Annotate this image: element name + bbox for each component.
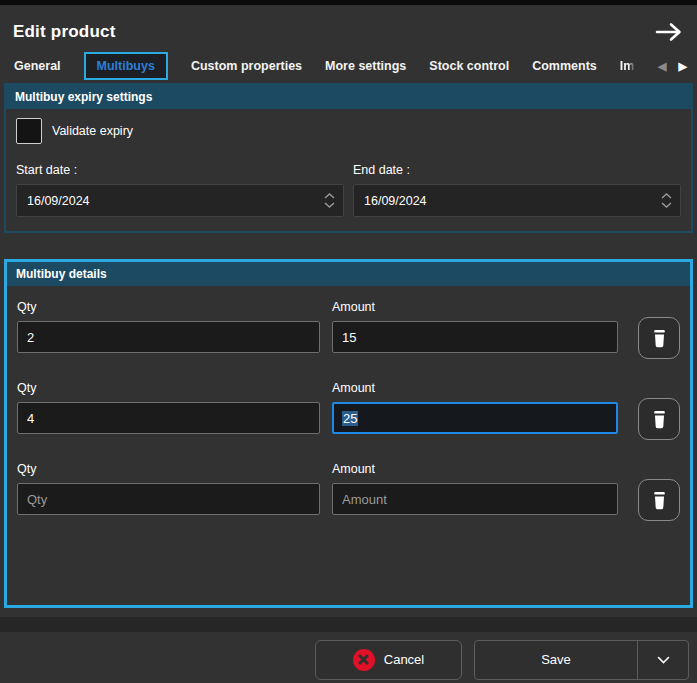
amount-group: Amount 25 [332,381,618,434]
cancel-button-label: Cancel [384,652,424,667]
forward-arrow-icon[interactable] [655,21,683,43]
save-split-button: Save [474,640,689,680]
delete-row-button[interactable] [638,398,680,440]
details-section-body: Qty Amount Q [7,286,690,521]
qty-input[interactable] [17,402,320,434]
row-actions [638,398,680,440]
tab-general[interactable]: General [14,53,61,79]
delete-row-button[interactable] [638,317,680,359]
start-date-group: Start date : [16,163,344,217]
start-date-input[interactable] [16,184,344,217]
amount-label: Amount [332,300,618,314]
amount-input[interactable] [332,321,618,353]
dialog-header: Edit product [0,5,697,53]
selected-text: 25 [342,411,358,426]
multibuy-expiry-settings-section: Multibuy expiry settings Validate expiry… [4,83,693,233]
amount-input-focused[interactable]: 25 [332,402,618,434]
start-date-field [16,184,344,217]
x-circle-icon [353,649,375,671]
save-button[interactable]: Save [475,641,637,679]
multibuy-row: Qty Amount 25 [17,381,680,440]
tabs-scroll-left-icon[interactable]: ◀ [658,60,666,73]
details-section-title: Multibuy details [7,262,690,286]
amount-input[interactable] [332,483,618,515]
start-date-spinner [320,185,338,216]
multibuy-details-section: Multibuy details Qty Amount [4,259,693,608]
start-date-spinner-up-icon[interactable] [324,193,335,199]
trash-icon [651,491,668,510]
end-date-label: End date : [353,163,681,177]
cancel-button[interactable]: Cancel [315,640,462,680]
validate-expiry-checkbox[interactable] [16,118,42,144]
end-date-spinner [657,185,675,216]
amount-group: Amount [332,300,618,353]
expiry-section-title: Multibuy expiry settings [6,85,691,109]
qty-input[interactable] [17,483,320,515]
qty-group: Qty [17,300,320,353]
start-date-spinner-down-icon[interactable] [324,202,335,208]
tab-bar: General Multibuys Custom properties More… [0,53,697,83]
end-date-group: End date : [353,163,681,217]
expiry-section-body: Validate expiry Start date : [6,109,691,231]
multibuy-row: Qty Amount [17,300,680,359]
tabs-scroll-right-icon[interactable]: ▶ [679,60,687,73]
row-actions [638,317,680,359]
amount-label: Amount [332,462,618,476]
qty-input[interactable] [17,321,320,353]
tab-stock-control[interactable]: Stock control [429,53,509,79]
tab-comments[interactable]: Comments [532,53,597,79]
tab-scroll-controls: ◀ ▶ [658,60,687,73]
start-date-label: Start date : [16,163,344,177]
page-title: Edit product [13,22,116,42]
qty-group: Qty [17,381,320,434]
end-date-field [353,184,681,217]
qty-label: Qty [17,381,320,395]
tab-image[interactable]: Image [620,53,635,79]
chevron-down-icon [657,656,670,664]
tab-custom-properties[interactable]: Custom properties [191,53,302,79]
end-date-spinner-up-icon[interactable] [661,193,672,199]
trash-icon [651,329,668,348]
content-bottom-strip [0,617,697,632]
trash-icon [651,410,668,429]
row-actions [638,479,680,521]
save-button-label: Save [541,652,571,667]
date-fields: Start date : End date : [14,163,683,217]
qty-label: Qty [17,300,320,314]
validate-expiry-label: Validate expiry [52,124,133,138]
amount-group: Amount [332,462,618,515]
tab-more-settings[interactable]: More settings [325,53,406,79]
qty-label: Qty [17,462,320,476]
multibuy-row: Qty Amount [17,462,680,521]
save-options-button[interactable] [637,641,688,679]
qty-group: Qty [17,462,320,515]
tab-multibuys[interactable]: Multibuys [84,52,168,80]
end-date-input[interactable] [353,184,681,217]
validate-expiry-row: Validate expiry [16,118,681,144]
dialog-footer: Cancel Save [0,632,697,683]
end-date-spinner-down-icon[interactable] [661,202,672,208]
amount-label: Amount [332,381,618,395]
delete-row-button[interactable] [638,479,680,521]
